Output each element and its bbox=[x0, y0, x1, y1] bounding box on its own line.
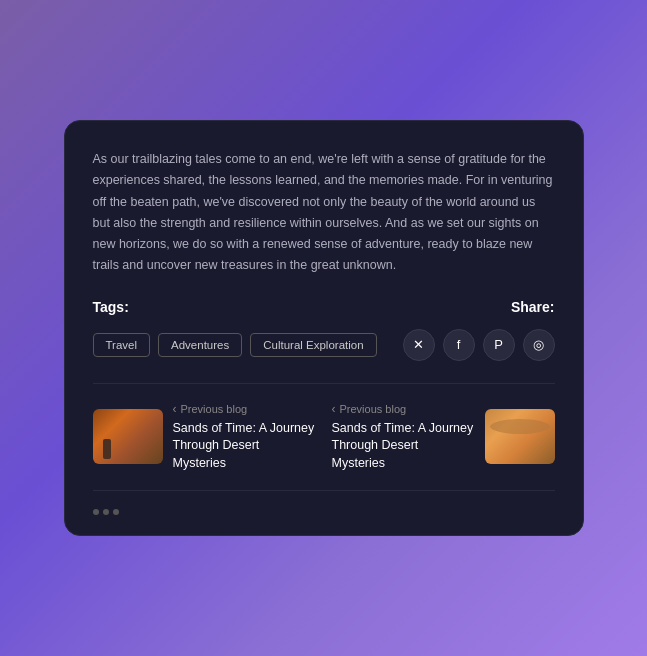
dot-1 bbox=[93, 509, 99, 515]
blog-body-text: As our trailblazing tales come to an end… bbox=[93, 149, 555, 277]
dot-3 bbox=[113, 509, 119, 515]
comments-section bbox=[93, 509, 555, 535]
nav-post-left-label: ‹ Previous blog bbox=[173, 402, 316, 416]
twitter-icon[interactable]: ✕ bbox=[403, 329, 435, 361]
chevron-left-icon: ‹ bbox=[173, 402, 177, 416]
tag-cultural-exploration[interactable]: Cultural Exploration bbox=[250, 333, 376, 357]
divider-bottom bbox=[93, 490, 555, 491]
nav-posts-row: ‹ Previous blog Sands of Time: A Journey… bbox=[93, 402, 555, 473]
tags-label: Tags: bbox=[93, 299, 129, 315]
nav-post-right[interactable]: ‹ Previous blog Sands of Time: A Journey… bbox=[332, 402, 555, 473]
nav-post-left-title: Sands of Time: A Journey Through Desert … bbox=[173, 420, 316, 473]
instagram-icon[interactable]: ◎ bbox=[523, 329, 555, 361]
facebook-icon[interactable]: f bbox=[443, 329, 475, 361]
nav-post-right-title: Sands of Time: A Journey Through Desert … bbox=[332, 420, 475, 473]
nav-post-right-text: ‹ Previous blog Sands of Time: A Journey… bbox=[332, 402, 475, 473]
dot-2 bbox=[103, 509, 109, 515]
pinterest-icon[interactable]: P bbox=[483, 329, 515, 361]
social-icons-group: ✕ f P ◎ bbox=[403, 329, 555, 361]
nav-post-right-image bbox=[485, 409, 555, 464]
comments-dots bbox=[93, 509, 555, 515]
blog-card: As our trailblazing tales come to an end… bbox=[64, 120, 584, 536]
tags-share-row: Tags: Share: bbox=[93, 299, 555, 315]
divider-top bbox=[93, 383, 555, 384]
tag-travel[interactable]: Travel bbox=[93, 333, 151, 357]
nav-post-left-image bbox=[93, 409, 163, 464]
nav-post-right-label: ‹ Previous blog bbox=[332, 402, 475, 416]
tags-group: Travel Adventures Cultural Exploration bbox=[93, 333, 377, 357]
share-label: Share: bbox=[511, 299, 555, 315]
tags-social-row: Travel Adventures Cultural Exploration ✕… bbox=[93, 329, 555, 361]
tag-adventures[interactable]: Adventures bbox=[158, 333, 242, 357]
chevron-right-icon: ‹ bbox=[332, 402, 336, 416]
nav-post-left[interactable]: ‹ Previous blog Sands of Time: A Journey… bbox=[93, 402, 316, 473]
nav-post-left-text: ‹ Previous blog Sands of Time: A Journey… bbox=[173, 402, 316, 473]
